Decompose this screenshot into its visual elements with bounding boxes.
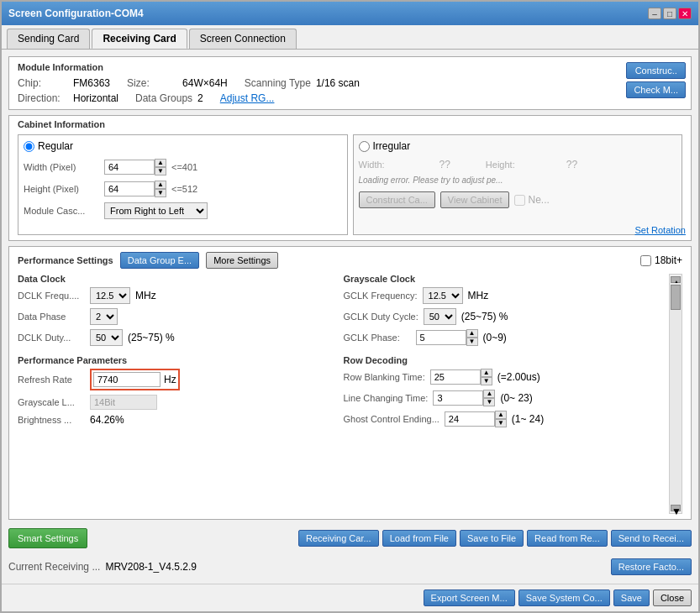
height-spinner-buttons: ▲ ▼ [155, 181, 166, 197]
gclk-phase-input[interactable] [416, 330, 466, 345]
irregular-radio[interactable] [359, 141, 370, 152]
data-groups-label: Data Groups [135, 92, 192, 104]
scroll-up-arrow[interactable]: ▲ [671, 276, 681, 283]
dclk-duty-range: (25~75) % [128, 332, 175, 343]
restore-factory-button[interactable]: Restore Facto... [611, 558, 692, 575]
save-button[interactable]: Save [613, 589, 650, 606]
height-spinner: ▲ ▼ [104, 181, 166, 197]
width-input[interactable] [104, 160, 155, 175]
line-change-down-btn[interactable]: ▼ [483, 398, 495, 406]
window-title: Screen Configuration-COM4 [8, 8, 144, 19]
construct-view-row: Construct Ca... View Cabinet Ne... [359, 191, 677, 208]
tab-receiving-card[interactable]: Receiving Card [92, 29, 187, 49]
scroll-track [670, 283, 682, 505]
view-cabinet-button[interactable]: View Cabinet [440, 191, 510, 208]
dclk-freq-label: DCLK Frequ.... [18, 291, 85, 301]
more-settings-button[interactable]: More Settings [206, 252, 278, 269]
gclk-duty-select[interactable]: 50 [424, 308, 456, 325]
current-status: Current Receiving ... MRV208-1_V4.5.2.9 [8, 561, 197, 573]
send-to-recei-button[interactable]: Send to Recei... [611, 530, 692, 547]
adjust-rg-link[interactable]: Adjust RG... [220, 92, 275, 104]
ghost-input[interactable] [445, 411, 495, 427]
row-blank-input[interactable] [430, 369, 481, 385]
refresh-rate-label: Refresh Rate [18, 375, 85, 385]
tab-screen-connection[interactable]: Screen Connection [189, 29, 297, 49]
width-up-button[interactable]: ▲ [155, 159, 166, 167]
18bit-checkbox[interactable] [640, 255, 651, 266]
data-group-button[interactable]: Data Group E... [120, 252, 199, 269]
status-bar: Current Receiving ... MRV208-1_V4.5.2.9 … [8, 557, 692, 577]
export-screen-button[interactable]: Export Screen M... [424, 589, 515, 606]
ghost-label: Ghost Control Ending... [344, 414, 439, 424]
regular-label: Regular [38, 140, 73, 152]
grayscale-clock-group: Grayscale Clock GCLK Frequency: 12.5 MHz… [344, 274, 661, 350]
data-phase-select[interactable]: 2 [90, 308, 118, 325]
line-change-spinner: ▲ ▼ [433, 390, 495, 406]
maximize-button[interactable]: □ [663, 8, 676, 19]
irregular-radio-row: Irregular [359, 140, 677, 152]
ne-label: Ne... [528, 194, 549, 206]
scroll-down-arrow[interactable]: ▼ [671, 505, 681, 511]
scanning-value: 1/16 scan [316, 77, 360, 89]
close-window-button[interactable]: ✕ [678, 8, 692, 19]
ghost-up-btn[interactable]: ▲ [495, 411, 507, 419]
perf-scrollbar[interactable]: ▲ ▼ [669, 274, 682, 514]
gclk-phase-up-btn[interactable]: ▲ [466, 329, 478, 338]
load-from-file-button[interactable]: Load from File [382, 530, 456, 547]
construct-ca-button[interactable]: Construct Ca... [359, 191, 435, 208]
line-change-spinner-btns: ▲ ▼ [483, 390, 495, 406]
module-casc-select[interactable]: From Right to Left From Left to Right Fr… [104, 202, 208, 219]
save-to-file-button[interactable]: Save to File [460, 530, 524, 547]
module-row-2: Direction: Horizontal Data Groups 2 Adju… [18, 92, 682, 104]
dclk-freq-select[interactable]: 12.5 [90, 287, 130, 304]
bottom-left: Smart Settings [8, 528, 87, 548]
construct-button[interactable]: Construc.. [626, 62, 686, 79]
irregular-cabinet-panel: Irregular Width: ?? Height: ?? Loading e… [353, 134, 683, 235]
dclk-duty-select[interactable]: 50 [90, 329, 123, 346]
construct-check-buttons: Construc.. Check M... [626, 62, 686, 98]
dclk-duty-row: DCLK Duty... 50 (25~75) % [18, 329, 335, 346]
refresh-rate-highlight: Hz [90, 369, 180, 390]
perf-header: Performance Settings Data Group E... Mor… [18, 252, 682, 269]
row-blank-spinner-btns: ▲ ▼ [481, 369, 492, 385]
18bit-label: 18bit+ [655, 254, 682, 266]
refresh-rate-input[interactable] [93, 372, 161, 387]
grayscale-l-row: Grayscale L... [18, 395, 335, 410]
data-clock-title: Data Clock [18, 274, 335, 284]
perf-left-col: Data Clock DCLK Frequ.... 12.5 MHz Data … [18, 274, 335, 514]
line-change-input[interactable] [433, 390, 483, 406]
row-blank-up-btn[interactable]: ▲ [481, 369, 492, 377]
gclk-freq-select[interactable]: 12.5 [423, 287, 463, 304]
close-button[interactable]: Close [653, 589, 692, 606]
dclk-duty-label: DCLK Duty... [18, 333, 85, 343]
minimize-button[interactable]: – [648, 8, 661, 19]
perf-params-title: Performance Parameters [18, 355, 335, 365]
height-input[interactable] [104, 181, 155, 196]
scroll-thumb[interactable] [671, 285, 681, 310]
grayscale-l-label: Grayscale L... [18, 397, 85, 407]
width-spinner: ▲ ▼ [104, 159, 166, 176]
receiving-car-button[interactable]: Receiving Car... [298, 530, 379, 547]
error-text: Loading error. Please try to adjust pe..… [359, 176, 677, 185]
title-bar: Screen Configuration-COM4 – □ ✕ [2, 2, 698, 25]
height-pixel-row: Height (Pixel) ▲ ▼ <=512 [24, 181, 342, 197]
save-system-button[interactable]: Save System Co... [518, 589, 610, 606]
tab-sending-card[interactable]: Sending Card [7, 29, 90, 49]
gclk-phase-down-btn[interactable]: ▼ [466, 338, 478, 346]
gclk-duty-label: GCLK Duty Cycle: [344, 312, 418, 322]
ne-checkbox-row: Ne... [514, 191, 549, 208]
height-down-button[interactable]: ▼ [155, 189, 166, 197]
ghost-spinner: ▲ ▼ [445, 411, 507, 427]
read-from-re-button[interactable]: Read from Re... [527, 530, 608, 547]
ghost-down-btn[interactable]: ▼ [495, 419, 507, 427]
row-blank-down-btn[interactable]: ▼ [481, 377, 492, 385]
height-up-button[interactable]: ▲ [155, 181, 166, 189]
line-change-up-btn[interactable]: ▲ [483, 390, 495, 398]
set-rotation-link[interactable]: Set Rotation [634, 225, 686, 235]
check-module-button[interactable]: Check M... [626, 81, 686, 98]
width-down-button[interactable]: ▼ [155, 167, 166, 176]
ne-checkbox[interactable] [514, 195, 525, 206]
smart-settings-button[interactable]: Smart Settings [8, 528, 87, 548]
regular-radio[interactable] [24, 141, 34, 152]
data-clock-group: Data Clock DCLK Frequ.... 12.5 MHz Data … [18, 274, 335, 350]
